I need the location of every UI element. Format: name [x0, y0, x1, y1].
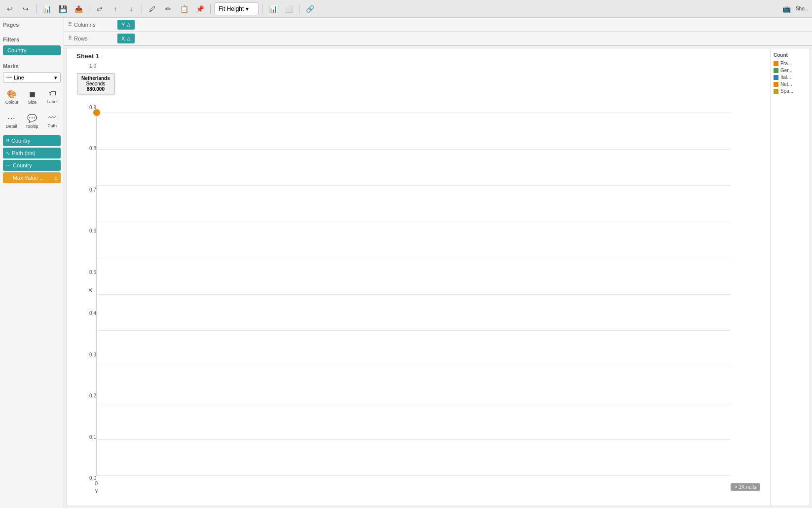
filter-country[interactable]: Country	[3, 45, 61, 55]
export-button[interactable]: 📤	[72, 2, 85, 15]
left-panel: Pages Filters Country Marks 〰 Line ▾ 🎨 C…	[0, 18, 64, 508]
new-datasource-button[interactable]: 📊	[40, 2, 54, 15]
rows-grid-icon: ⠿	[68, 35, 72, 41]
legend-color-spa	[774, 89, 778, 94]
detail-button[interactable]: ⋯ Detail	[3, 111, 20, 131]
x-axis-marker: ✕	[88, 287, 93, 294]
rows-pill-x[interactable]: X △	[117, 34, 135, 43]
redo-button[interactable]: ↪	[19, 2, 33, 15]
filters-title: Filters	[3, 37, 61, 42]
legend-item-fra: Fra...	[774, 61, 807, 66]
columns-label: ⠿ Columns	[66, 21, 115, 28]
rows-delta-icon: △	[127, 36, 131, 41]
dot-grid-icon: ⠿	[6, 138, 9, 144]
rows-label: ⠿ Rows	[66, 35, 115, 41]
label-button[interactable]: 🏷 Label	[44, 87, 61, 107]
label-icon: 🏷	[48, 89, 56, 98]
x-axis-label-y: Y	[95, 488, 98, 494]
sort-asc-button[interactable]: ↑	[109, 2, 122, 15]
tooltip-icon: 💬	[27, 114, 37, 123]
legend-color-ger	[774, 68, 778, 73]
grid-line-02	[97, 403, 731, 403]
marks-field-country-1[interactable]: ⠿ Country	[3, 135, 61, 146]
legend-item-ita: Ital...	[774, 75, 807, 80]
fit-height-label: Fit Height	[219, 5, 244, 12]
present-button[interactable]: 📺	[779, 2, 793, 15]
marks-section: Marks 〰 Line ▾ 🎨 Colour ◼ Size 🏷 Label	[3, 63, 61, 185]
chart-plot: ✕ Netherlands Seconds 880.000 0 Y	[96, 113, 731, 476]
size-icon: ◼	[29, 89, 36, 99]
detail-2-icon: ⋯	[6, 163, 11, 168]
colour-icon: 🎨	[7, 89, 17, 99]
swap-button[interactable]: ⇄	[93, 2, 107, 15]
grid-line-08	[97, 185, 731, 186]
columns-delta-icon: △	[127, 22, 131, 27]
pin-button[interactable]: 📌	[193, 2, 207, 15]
legend-color-net	[774, 82, 778, 87]
toolbar-sep-2	[89, 4, 89, 14]
tooltip-button[interactable]: 💬 Tooltip	[23, 111, 41, 131]
share-button[interactable]: 🔗	[303, 2, 317, 15]
colour-button[interactable]: 🎨 Colour	[3, 87, 21, 107]
shelf-area: ⠿ Columns Y △ ⠿ Rows X △	[64, 18, 812, 46]
legend-color-ita	[774, 75, 778, 80]
delta-icon: △	[54, 175, 58, 180]
chart-container: 1,0 0,9 0,8 0,7 0,6 0,5 0,4 0,3 0,2 0,1 …	[67, 48, 770, 506]
marks-title: Marks	[3, 63, 61, 69]
marks-dropdown-chevron: ▾	[54, 75, 57, 81]
marks-type-dropdown[interactable]: 〰 Line ▾	[3, 72, 61, 83]
x-axis-tick-0: 0	[95, 480, 98, 486]
toolbar-sep-3	[142, 4, 142, 14]
detail-3-icon: ⋯	[6, 175, 11, 181]
toolbar-sep-1	[36, 4, 37, 14]
undo-button[interactable]: ↩	[3, 2, 17, 15]
grid-line-09	[97, 149, 731, 150]
grid-line-03	[97, 367, 731, 367]
fit-height-chevron-icon: ▾	[246, 5, 249, 12]
sheet-area: Sheet 1 1,0 0,9 0,8 0,7 0,6 0,5 0,4 0,3 …	[66, 48, 810, 506]
legend-title: Count	[774, 52, 807, 58]
size-button[interactable]: ◼ Size	[24, 87, 41, 107]
annotate-button[interactable]: ✏	[161, 2, 175, 15]
save-button[interactable]: 💾	[56, 2, 70, 15]
null-badge[interactable]: > 1K nulls	[731, 483, 760, 491]
bar-chart-button[interactable]: 📊	[266, 2, 280, 15]
rows-shelf: ⠿ Rows X △	[64, 32, 812, 45]
marks-field-country-2[interactable]: ⋯ Country	[3, 160, 61, 171]
pages-section: Pages	[3, 22, 61, 31]
content-area: ⠿ Columns Y △ ⠿ Rows X △	[64, 18, 812, 508]
toolbar-sep-5	[262, 4, 262, 14]
toolbar: ↩ ↪ 📊 💾 📤 ⇄ ↑ ↓ 🖊 ✏ 📋 📌 Fit Height ▾ 📊 ⬜…	[0, 0, 812, 18]
legend-label-ger: Ger...	[780, 68, 792, 73]
columns-grid-icon: ⠿	[68, 21, 72, 28]
y-axis: 1,0 0,9 0,8 0,7 0,6 0,5 0,4 0,3 0,2 0,1 …	[72, 63, 96, 481]
vertical-line	[97, 113, 97, 475]
show-button[interactable]: Sho...	[795, 2, 809, 15]
grid-line-05	[97, 294, 731, 295]
line-icon: 〰	[6, 75, 12, 80]
sort-desc-button[interactable]: ↓	[124, 2, 138, 15]
view-button[interactable]: ⬜	[282, 2, 295, 15]
grid-line-07	[97, 222, 731, 222]
legend-label-net: Net...	[780, 81, 792, 87]
grid-line-01	[97, 439, 731, 440]
marks-field-max-value[interactable]: ⋯ Max Value ... △	[3, 172, 61, 183]
marks-field-path-bin[interactable]: ∿ Path (bin)	[3, 148, 61, 158]
tooltip-button[interactable]: 📋	[177, 2, 191, 15]
detail-icon: ⋯	[7, 114, 15, 123]
toolbar-sep-4	[210, 4, 211, 14]
legend-panel: Count Fra... Ger... Ital... Net...	[770, 48, 810, 506]
columns-shelf: ⠿ Columns Y △	[64, 18, 812, 32]
legend-item-ger: Ger...	[774, 68, 807, 73]
fit-height-dropdown[interactable]: Fit Height ▾	[214, 2, 258, 15]
pages-title: Pages	[3, 22, 61, 28]
marks-icons-row-2: ⋯ Detail 💬 Tooltip 〰 Path	[3, 111, 61, 131]
data-point-netherlands[interactable]	[93, 109, 100, 116]
highlight-button[interactable]: 🖊	[146, 2, 159, 15]
path-button[interactable]: 〰 Path	[44, 111, 61, 131]
path-bin-icon: ∿	[6, 151, 10, 156]
columns-pill-y[interactable]: Y △	[117, 20, 135, 30]
main-area: Pages Filters Country Marks 〰 Line ▾ 🎨 C…	[0, 18, 812, 508]
toolbar-sep-6	[299, 4, 299, 14]
legend-label-ita: Ital...	[780, 75, 791, 80]
